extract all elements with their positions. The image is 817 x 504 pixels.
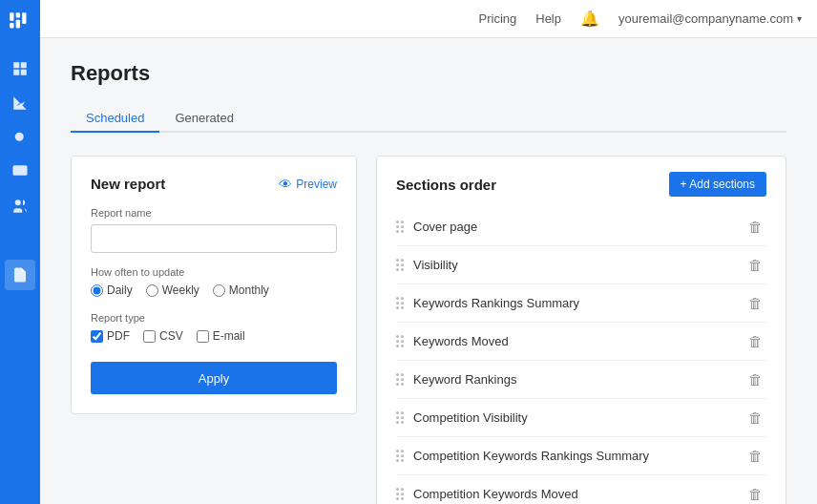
sections-header: Sections order + Add sections	[396, 172, 766, 197]
sidebar-item-list[interactable]	[5, 225, 35, 256]
section-name: Visibility	[413, 258, 735, 272]
update-frequency-label: How often to update	[91, 266, 337, 278]
delete-section-button[interactable]: 🗑	[744, 217, 766, 237]
pdf-label: PDF	[107, 329, 130, 343]
sidebar-item-search[interactable]	[5, 122, 35, 153]
svg-rect-1	[16, 12, 20, 17]
section-name: Cover page	[413, 220, 735, 234]
preview-link[interactable]: 👁 Preview	[279, 177, 337, 192]
delete-section-button[interactable]: 🗑	[744, 369, 766, 389]
section-name: Keywords Moved	[413, 334, 735, 348]
pricing-link[interactable]: Pricing	[479, 11, 517, 26]
sections-list: Cover page 🗑 Visibility 🗑 Keywords Ranki…	[396, 208, 766, 504]
section-row: Competition Visibility 🗑	[396, 399, 766, 437]
drag-handle-icon[interactable]	[396, 373, 404, 386]
svg-rect-0	[10, 12, 13, 21]
section-name: Keyword Rankings	[413, 372, 735, 387]
report-name-input[interactable]	[91, 224, 337, 253]
delete-section-button[interactable]: 🗑	[744, 484, 766, 504]
csv-checkbox-label[interactable]: CSV	[143, 329, 183, 343]
sidebar-item-people[interactable]	[5, 191, 35, 221]
section-row: Visibility 🗑	[396, 246, 766, 284]
add-sections-button[interactable]: + Add sections	[669, 172, 766, 197]
sidebar-item-reports[interactable]	[5, 260, 35, 290]
help-link[interactable]: Help	[535, 11, 561, 26]
delete-section-button[interactable]: 🗑	[744, 293, 766, 313]
delete-section-button[interactable]: 🗑	[744, 408, 766, 428]
report-type-group: PDF CSV E-mail	[91, 329, 337, 343]
section-row: Keywords Moved 🗑	[396, 323, 766, 361]
report-name-label: Report name	[91, 207, 337, 219]
delete-section-button[interactable]: 🗑	[744, 331, 766, 351]
svg-point-6	[15, 200, 21, 205]
user-menu[interactable]: youremail@companyname.com	[618, 11, 802, 26]
drag-handle-icon[interactable]	[396, 450, 404, 462]
tabs-container: Scheduled Generated	[71, 105, 786, 133]
top-nav: Pricing Help 🔔 youremail@companyname.com	[40, 0, 817, 38]
weekly-radio-label[interactable]: Weekly	[146, 284, 199, 297]
section-name: Competition Visibility	[413, 410, 735, 425]
section-name: Competition Keywords Rankings Summary	[413, 449, 735, 463]
section-row: Cover page 🗑	[396, 208, 766, 246]
daily-label: Daily	[107, 284, 133, 297]
weekly-label: Weekly	[162, 284, 199, 297]
section-row: Keyword Rankings 🗑	[396, 361, 766, 399]
email-checkbox[interactable]	[197, 330, 209, 343]
sidebar-logo	[5, 8, 35, 38]
monthly-radio-label[interactable]: Monthly	[213, 284, 269, 297]
new-report-title: New report	[91, 176, 165, 192]
preview-icon: 👁	[279, 177, 292, 192]
email-label: E-mail	[213, 329, 245, 343]
report-type-label: Report type	[91, 312, 337, 324]
daily-radio-label[interactable]: Daily	[91, 284, 133, 297]
card-header: New report 👁 Preview	[91, 176, 337, 192]
section-row: Keywords Rankings Summary 🗑	[396, 284, 766, 323]
pdf-checkbox-label[interactable]: PDF	[91, 329, 130, 343]
section-name: Keywords Rankings Summary	[413, 296, 735, 310]
notification-bell-icon[interactable]: 🔔	[580, 10, 599, 28]
svg-rect-3	[10, 23, 13, 28]
svg-rect-5	[13, 165, 28, 176]
pdf-checkbox[interactable]	[91, 330, 103, 343]
main-container: Pricing Help 🔔 youremail@companyname.com…	[40, 0, 817, 504]
sidebar-item-analytics[interactable]	[5, 88, 35, 118]
tab-generated[interactable]: Generated	[159, 105, 248, 133]
svg-rect-4	[16, 20, 20, 29]
svg-rect-2	[22, 12, 26, 24]
update-frequency-group: Daily Weekly Monthly	[91, 284, 337, 297]
delete-section-button[interactable]: 🗑	[744, 446, 766, 466]
drag-handle-icon[interactable]	[396, 220, 404, 233]
daily-radio[interactable]	[91, 284, 103, 297]
section-row: Competition Keywords Moved 🗑	[396, 475, 766, 504]
sidebar-item-monitor[interactable]	[5, 157, 35, 187]
page-title: Reports	[71, 61, 786, 86]
two-col-layout: New report 👁 Preview Report name How oft…	[71, 156, 786, 504]
sidebar-item-dashboard[interactable]	[5, 53, 35, 84]
drag-handle-icon[interactable]	[396, 297, 404, 309]
sections-card: Sections order + Add sections Cover page…	[376, 156, 786, 504]
csv-checkbox[interactable]	[143, 330, 156, 343]
sections-title: Sections order	[396, 177, 496, 193]
drag-handle-icon[interactable]	[396, 335, 404, 347]
section-row: Competition Keywords Rankings Summary 🗑	[396, 437, 766, 475]
delete-section-button[interactable]: 🗑	[744, 255, 766, 275]
section-name: Competition Keywords Moved	[413, 487, 735, 501]
csv-label: CSV	[159, 329, 183, 343]
weekly-radio[interactable]	[146, 284, 158, 297]
monthly-label: Monthly	[229, 284, 269, 297]
tab-scheduled[interactable]: Scheduled	[71, 105, 159, 133]
email-checkbox-label[interactable]: E-mail	[197, 329, 245, 343]
apply-button[interactable]: Apply	[91, 362, 337, 394]
new-report-card: New report 👁 Preview Report name How oft…	[71, 156, 357, 414]
drag-handle-icon[interactable]	[396, 411, 404, 424]
monthly-radio[interactable]	[213, 284, 225, 297]
preview-label: Preview	[296, 178, 337, 191]
add-sections-label: + Add sections	[681, 178, 755, 191]
drag-handle-icon[interactable]	[396, 488, 404, 500]
sidebar	[0, 0, 40, 504]
drag-handle-icon[interactable]	[396, 259, 404, 271]
content-area: Reports Scheduled Generated New report 👁…	[40, 38, 817, 504]
